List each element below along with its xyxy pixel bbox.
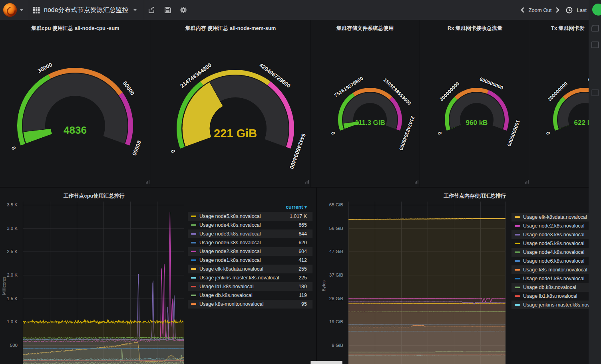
panel-cpu-ranking: 工作节点cpu使用汇总排行 Millicores 3.5 K3.0 K2.5 K… [0,188,316,364]
panel-cluster-cpu-gauge: 集群cpu 使用汇总 all-node-cpu -sum 03000060000… [0,20,151,187]
chevron-right-icon[interactable] [555,7,559,13]
series-color-swatch [191,295,196,296]
gauge-tick-label: 0 [10,146,17,151]
series-color-swatch [191,233,196,235]
share-button[interactable] [149,7,156,13]
y-axis-tick: 9 GiB [319,342,343,348]
series-color-swatch [515,295,520,297]
legend-item[interactable]: Usage node1.k8s.novalocal412 [188,256,312,265]
series-current-value: 225 [299,275,312,281]
series-color-swatch [515,304,520,306]
legend-item[interactable]: Usage db.k8s.novalocal [511,283,601,292]
legend-item[interactable]: Usage node4.k8s.novalocal [511,248,601,257]
legend-item[interactable]: Usage node3.k8s.novalocal [511,230,601,239]
clock-icon [566,7,573,14]
grafana-logo[interactable] [3,3,17,17]
legend-item[interactable]: Usage elk-k8sdata.novalocal255 [188,265,312,273]
series-current-value: 620 [299,240,312,245]
series-label: Usage node2.k8s.novalocal [199,249,299,254]
chevron-down-icon [133,9,137,11]
legend-item[interactable]: Usage node3.k8s.novalocal644 [188,229,312,238]
gauge: 03000000006000000001000000000960 kB [420,20,530,187]
gauge-value: 111.3 GiB [355,119,385,127]
cpu-legend: current ▾ Usage node5.k8s.novalocal1.017… [188,204,312,309]
panel-resize-grip[interactable] [414,180,419,184]
series-label: Usage node6.k8s.novalocal [199,240,299,245]
panel-title[interactable]: 工作节点内存使用汇总排行 [444,192,601,200]
series-color-swatch [515,243,520,244]
series-color-swatch [515,269,520,271]
horizontal-scrollbar-thumb[interactable] [310,361,342,364]
series-color-swatch [515,251,520,253]
sidebar-box-icon[interactable] [591,89,599,96]
series-color-swatch [515,278,520,279]
series-label: Usage k8s-monitor.novalocal [199,301,301,307]
legend-item[interactable]: Usage node4.k8s.novalocal665 [188,221,312,229]
mem-chart-plot[interactable] [348,202,505,364]
sidebar-box-icon[interactable] [591,42,599,48]
y-axis-tick: 28 GiB [319,296,343,301]
chat-bubble-icon[interactable] [592,4,601,16]
legend-sort-current[interactable]: current ▾ [188,204,312,212]
time-range-label: Last [577,7,587,13]
y-axis-tick: 1.5 K [0,296,18,301]
gauge-value: 960 kB [466,119,488,127]
panel-resize-grip[interactable] [525,180,529,184]
dashboard-picker[interactable]: node分布式节点资源汇总监控 [29,0,144,20]
series-color-swatch [515,216,520,218]
gauge-tick-label: 80000 [131,140,142,156]
navbar: node分布式节点资源汇总监控 Zoom Out [0,0,601,20]
legend-item[interactable]: Usage jenkins-master.k8s.novalocal [511,301,601,309]
settings-gear-icon[interactable] [180,6,187,14]
legend-item[interactable]: Usage node5.k8s.novalocal [511,239,601,248]
time-range-picker[interactable]: Last [566,7,591,14]
series-current-value: 95 [301,301,312,307]
save-button[interactable] [165,7,171,13]
series-current-value: 119 [299,293,312,298]
legend-item[interactable]: Usage k8s-monitor.novalocal [511,265,601,274]
legend-item[interactable]: Usage node1.k8s.novalocal [511,274,601,283]
legend-item[interactable]: Usage node2.k8s.novalocal [511,222,601,230]
gauge-tick-label: 0 [545,131,551,135]
legend-item[interactable]: Usage node2.k8s.novalocal604 [188,247,312,256]
panel-cluster-mem-gauge: 集群内存 使用汇总 all-node-mem-sum 0214748364800… [151,20,310,187]
gauge-value: 221 GiB [214,127,257,140]
legend-item[interactable]: Usage lb1.k8s.novalocal180 [188,282,312,291]
y-axis-tick: 65 GiB [319,202,343,208]
gauge: 0751619276800150323855360021474836480001… [310,20,420,187]
gauge: 0214748364800429496729600644245094400221… [151,20,310,187]
series-color-swatch [515,234,520,235]
series-label: Usage jenkins-master.k8s.novalocal [199,275,299,281]
legend-item[interactable]: Usage node6.k8s.novalocal620 [188,238,312,247]
chevron-down-icon[interactable] [20,9,23,11]
zoom-out-button[interactable]: Zoom Out [529,7,552,13]
legend-item[interactable]: Usage node5.k8s.novalocal1.017 K [188,212,312,221]
share-arrow-icon[interactable] [591,25,599,32]
series-label: Usage node5.k8s.novalocal [199,214,290,219]
series-label: Usage node3.k8s.novalocal [199,231,299,237]
panel-cluster-fs-gauge: 集群存储文件系统总使用 0751619276800150323855360021… [310,20,420,187]
gauge-tick-label: 0 [437,131,443,135]
series-color-swatch [191,303,196,305]
series-label: Usage db.k8s.novalocal [199,293,299,298]
grafana-dashboard: node分布式节点资源汇总监控 Zoom Out [0,0,601,364]
y-axis-tick: 37 GiB [319,272,343,278]
legend-item[interactable]: Usage db.k8s.novalocal119 [188,291,312,300]
panel-rx-gauge: Rx 集群网卡接收总流量 030000000060000000010000000… [420,20,530,187]
legend-item[interactable]: Usage elk-k8sdata.novalocal [511,213,601,222]
panel-resize-grip[interactable] [305,180,309,184]
series-color-swatch [191,216,196,217]
legend-item[interactable]: Usage k8s-monitor.novalocal95 [188,300,312,309]
series-current-value: 1.017 K [290,214,312,219]
cpu-chart-plot[interactable] [23,202,184,364]
series-current-value: 412 [299,257,312,263]
panel-title[interactable]: 工作节点cpu使用汇总排行 [0,192,188,200]
chevron-left-icon[interactable] [521,7,525,13]
gauge-tick-label: 0 [169,148,177,154]
legend-item[interactable]: Usage node6.k8s.novalocal [511,257,601,265]
panel-resize-grip[interactable] [145,180,150,184]
legend-item[interactable]: Usage lb1.k8s.novalocal [511,292,601,301]
series-color-swatch [191,242,196,243]
legend-item[interactable]: Usage jenkins-master.k8s.novalocal225 [188,273,312,282]
y-axis-tick: 3.0 K [0,226,18,231]
